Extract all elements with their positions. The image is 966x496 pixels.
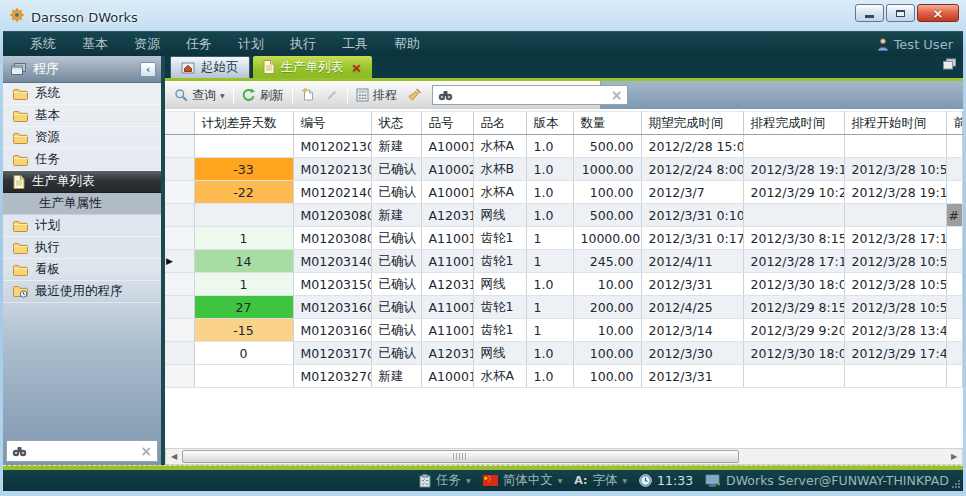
cell-due[interactable]: 2012/3/30 (641, 342, 743, 365)
cell-diff[interactable]: 1 (194, 227, 293, 250)
cell-name[interactable]: 网线 (473, 342, 526, 365)
cell-due[interactable]: 2012/2/24 8:00 (641, 158, 743, 181)
cell-extra[interactable] (946, 365, 962, 388)
sidebar-item-2[interactable]: 基本 (3, 105, 161, 127)
table-filter-input[interactable] (457, 88, 607, 102)
cell-diff[interactable] (194, 135, 293, 158)
cell-due[interactable]: 2012/3/14 (641, 319, 743, 342)
cell-ver[interactable]: 1.0 (526, 158, 573, 181)
cell-start[interactable]: 2012/3/28 19:10 (844, 181, 946, 204)
cell-name[interactable]: 水杯A (473, 181, 526, 204)
table-row[interactable]: 1M012030802已确认A11001齿轮1110000.002012/3/3… (165, 227, 962, 250)
column-header[interactable]: 前 (946, 112, 962, 135)
scroll-right-icon[interactable]: ▶ (946, 449, 962, 464)
sidebar-search-input[interactable] (31, 444, 136, 458)
cell-end[interactable]: 2012/3/29 10:20 (743, 181, 844, 204)
cell-diff[interactable]: -22 (194, 181, 293, 204)
cell-no[interactable]: M012021302 (293, 158, 371, 181)
cell-ver[interactable]: 1 (526, 296, 573, 319)
table-row[interactable]: 27M012031601已确认A11001齿轮11200.002012/4/25… (165, 296, 962, 319)
refresh-button[interactable]: 刷新 (238, 85, 288, 106)
cell-start[interactable]: 2012/3/28 10:52 (844, 296, 946, 319)
cell-name[interactable]: 水杯A (473, 365, 526, 388)
cell-diff[interactable]: 1 (194, 273, 293, 296)
sidebar-item-4[interactable]: 任务 (3, 149, 161, 171)
sidebar-item-5[interactable]: 生产单列表 (3, 171, 161, 193)
cell-extra[interactable] (946, 227, 962, 250)
sidebar-item-3[interactable]: 资源 (3, 127, 161, 149)
cell-no[interactable]: M012031602 (293, 319, 371, 342)
cell-end[interactable] (743, 365, 844, 388)
maximize-button[interactable] (886, 4, 915, 22)
table-row[interactable]: -15M012031602已确认A11001齿轮1110.002012/3/14… (165, 319, 962, 342)
cell-pn[interactable]: A12031 (421, 342, 473, 365)
cell-end[interactable]: 2012/3/29 9:20 (743, 319, 844, 342)
cell-status[interactable]: 已确认 (371, 296, 421, 319)
sidebar-item-9[interactable]: 看板 (3, 259, 161, 281)
cell-extra[interactable] (946, 273, 962, 296)
cell-start[interactable]: 2012/3/28 10:52 (844, 250, 946, 273)
cell-extra[interactable] (946, 181, 962, 204)
menu-item-4[interactable]: 任务 (173, 32, 225, 56)
tab-close-icon[interactable]: × (351, 62, 362, 73)
cell-end[interactable]: 2012/3/28 17:13 (743, 250, 844, 273)
column-header[interactable]: 期望完成时间 (641, 112, 743, 135)
window-list-icon[interactable] (942, 55, 957, 74)
menu-item-2[interactable]: 基本 (69, 32, 121, 56)
sidebar-item-6[interactable]: 生产单属性 (3, 193, 161, 215)
cell-no[interactable]: M012031701 (293, 342, 371, 365)
menu-item-3[interactable]: 资源 (121, 32, 173, 56)
cell-start[interactable] (844, 365, 946, 388)
column-header[interactable]: 品名 (473, 112, 526, 135)
cell-extra[interactable] (946, 250, 962, 273)
status-language-menu[interactable]: 简体中文 ▼ (483, 472, 563, 489)
scroll-left-icon[interactable]: ◀ (166, 449, 182, 464)
cell-pn[interactable]: A11001 (421, 319, 473, 342)
cell-status[interactable]: 新建 (371, 204, 421, 227)
cell-ver[interactable]: 1 (526, 250, 573, 273)
title-bar[interactable]: Darsson DWorks × (3, 3, 963, 31)
table-row[interactable]: M012021301新建A10001水杯A1.0500.002012/2/28 … (165, 135, 962, 158)
sidebar-item-8[interactable]: 执行 (3, 237, 161, 259)
table-row[interactable]: 1M012031501已确认A12031网线1.010.002012/3/312… (165, 273, 962, 296)
cell-end[interactable]: 2012/3/30 18:00 (743, 273, 844, 296)
column-header[interactable]: 状态 (371, 112, 421, 135)
cell-qty[interactable]: 10000.00 (573, 227, 641, 250)
cell-end[interactable]: 2012/3/28 19:10 (743, 158, 844, 181)
cell-no[interactable]: M012030802 (293, 227, 371, 250)
cell-status[interactable]: 已确认 (371, 319, 421, 342)
cell-no[interactable]: M012031402 (293, 250, 371, 273)
status-font-menu[interactable]: A: 字体 ▼ (574, 472, 627, 489)
cell-diff[interactable]: 14 (194, 250, 293, 273)
cell-start[interactable] (844, 204, 946, 227)
cell-name[interactable]: 水杯A (473, 135, 526, 158)
clean-button[interactable] (403, 86, 426, 104)
query-button[interactable]: 查询 ▼ (170, 85, 229, 106)
resize-grip[interactable] (958, 486, 960, 488)
cell-extra[interactable]: # (946, 204, 962, 227)
cell-qty[interactable]: 245.00 (573, 250, 641, 273)
cell-ver[interactable]: 1.0 (526, 342, 573, 365)
cell-due[interactable]: 2012/3/31 0:17 (641, 227, 743, 250)
menu-item-5[interactable]: 计划 (225, 32, 277, 56)
sidebar-item-1[interactable]: 系统 (3, 83, 161, 105)
cell-no[interactable]: M012021301 (293, 135, 371, 158)
cell-pn[interactable]: A10001 (421, 181, 473, 204)
cell-diff[interactable]: -33 (194, 158, 293, 181)
cell-status[interactable]: 已确认 (371, 250, 421, 273)
table-row[interactable]: -33M012021302已确认A10002水杯B1.01000.002012/… (165, 158, 962, 181)
cell-qty[interactable]: 500.00 (573, 135, 641, 158)
cell-end[interactable] (743, 135, 844, 158)
cell-name[interactable]: 水杯B (473, 158, 526, 181)
cell-due[interactable]: 2012/3/31 0:10 (641, 204, 743, 227)
table-row[interactable]: ▶14M012031402已确认A11001齿轮11245.002012/4/1… (165, 250, 962, 273)
cell-ver[interactable]: 1.0 (526, 181, 573, 204)
cell-diff[interactable] (194, 365, 293, 388)
cell-status[interactable]: 已确认 (371, 342, 421, 365)
cell-start[interactable]: 2012/3/28 17:13 (844, 227, 946, 250)
menu-item-6[interactable]: 执行 (277, 32, 329, 56)
column-header[interactable]: 排程开始时间 (844, 112, 946, 135)
cell-due[interactable]: 2012/4/11 (641, 250, 743, 273)
cell-start[interactable]: 2012/3/28 10:52 (844, 158, 946, 181)
cell-pn[interactable]: A10002 (421, 158, 473, 181)
